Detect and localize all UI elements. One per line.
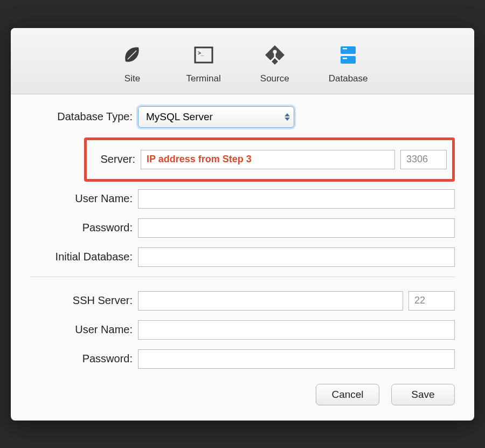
cancel-button[interactable]: Cancel	[316, 384, 379, 405]
row-ssh-username: User Name:	[30, 320, 455, 340]
label-username: User Name:	[30, 192, 138, 205]
svg-rect-5	[343, 48, 347, 50]
dialog-buttons: Cancel Save	[11, 378, 474, 405]
row-database-type: Database Type: MySQL Server	[30, 106, 455, 128]
tab-database[interactable]: Database	[325, 38, 371, 86]
tab-database-label: Database	[329, 73, 368, 84]
row-ssh-server: SSH Server:	[30, 291, 455, 311]
tab-terminal[interactable]: >_ Terminal	[183, 38, 224, 86]
save-button[interactable]: Save	[391, 384, 455, 405]
label-password: Password:	[30, 222, 138, 234]
tab-site[interactable]: Site	[114, 38, 150, 86]
source-icon	[260, 40, 290, 70]
ssh-username-input[interactable]	[138, 320, 455, 340]
ssh-server-host-input[interactable]	[138, 291, 403, 311]
server-highlight-annotation: Server:	[84, 137, 455, 182]
server-port-input[interactable]	[400, 150, 447, 169]
username-input[interactable]	[138, 189, 455, 209]
row-server: Server:	[87, 150, 447, 169]
section-divider	[30, 277, 455, 277]
svg-rect-6	[343, 58, 347, 59]
database-settings-dialog: Site >_ Terminal Source	[11, 28, 474, 421]
label-ssh-server: SSH Server:	[30, 294, 138, 307]
server-host-input[interactable]	[141, 150, 395, 169]
initial-database-input[interactable]	[138, 247, 455, 267]
tab-site-label: Site	[124, 73, 140, 84]
row-password: Password:	[30, 218, 455, 238]
label-initial-db: Initial Database:	[30, 251, 138, 263]
label-database-type: Database Type:	[30, 111, 138, 123]
row-username: User Name:	[30, 189, 455, 209]
terminal-icon: >_	[189, 40, 219, 70]
ssh-server-port-input[interactable]	[408, 291, 455, 311]
row-ssh-password: Password:	[30, 349, 455, 369]
tab-source-label: Source	[260, 73, 289, 84]
database-type-select-wrap: MySQL Server	[138, 106, 294, 128]
leaf-icon	[117, 40, 147, 70]
svg-rect-4	[341, 56, 356, 64]
svg-text:>_: >_	[198, 50, 204, 56]
label-server: Server:	[87, 153, 141, 166]
tab-terminal-label: Terminal	[186, 73, 220, 84]
password-input[interactable]	[138, 218, 455, 238]
svg-rect-3	[341, 46, 356, 54]
row-initial-db: Initial Database:	[30, 247, 455, 267]
form-body: Database Type: MySQL Server Server:	[11, 94, 474, 369]
database-type-select[interactable]: MySQL Server	[138, 106, 294, 128]
tab-source[interactable]: Source	[257, 38, 293, 86]
toolbar: Site >_ Terminal Source	[11, 28, 474, 94]
ssh-password-input[interactable]	[138, 349, 455, 369]
label-ssh-password: Password:	[30, 353, 138, 365]
label-ssh-username: User Name:	[30, 323, 138, 336]
database-icon	[333, 40, 363, 70]
